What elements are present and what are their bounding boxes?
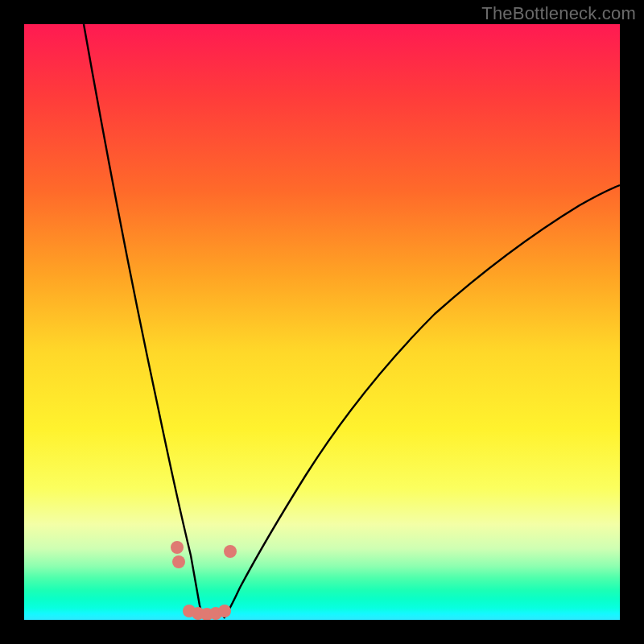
curve-right [224, 185, 620, 618]
curve-left [84, 24, 205, 618]
marker-dot [171, 541, 184, 554]
watermark-text: TheBottleneck.com [481, 3, 636, 24]
plot-area [24, 24, 620, 620]
chart-frame: TheBottleneck.com [0, 0, 644, 644]
curves-layer [24, 24, 620, 620]
marker-dot [218, 605, 231, 617]
trough-markers [171, 541, 237, 620]
marker-dot [172, 555, 185, 568]
marker-dot [224, 545, 237, 558]
